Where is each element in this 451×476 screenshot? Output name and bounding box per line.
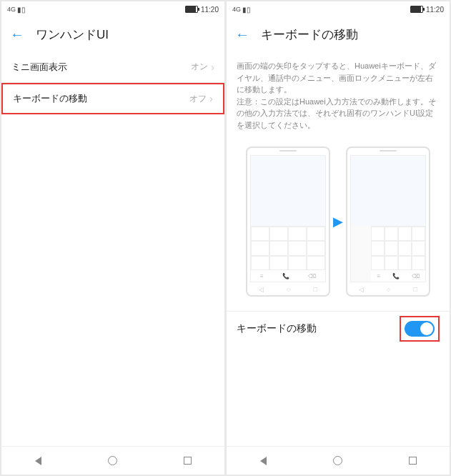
back-icon[interactable]: ← xyxy=(10,26,24,43)
content-right: 画面の端の矢印をタップすると、Huaweiキーボード、ダイヤル、通話中のメニュー… xyxy=(227,51,450,446)
chevron-right-icon: › xyxy=(209,93,213,104)
nav-recent-icon[interactable] xyxy=(409,457,417,465)
phone-before: ≡📞⌫ ◁○□ xyxy=(246,147,330,297)
highlight-annotation xyxy=(400,316,440,342)
nav-back-icon[interactable] xyxy=(35,457,41,465)
nav-back-icon[interactable] xyxy=(260,457,267,465)
nav-home-icon[interactable] xyxy=(333,456,342,465)
status-time: 11:20 xyxy=(201,6,219,14)
row-label: ミニ画面表示 xyxy=(11,61,67,74)
nav-recent-icon[interactable] xyxy=(184,457,192,465)
header: ← ワンハンドUI xyxy=(1,17,224,51)
chevron-right-icon: › xyxy=(211,61,214,73)
content-left: ミニ画面表示 オン › キーボードの移動 オフ › xyxy=(1,51,224,446)
battery-icon xyxy=(185,6,198,13)
screen-left: 4G ▮▯ 11:20 ← ワンハンドUI ミニ画面表示 オン › キーボードの… xyxy=(1,1,224,475)
back-icon[interactable]: ← xyxy=(235,26,249,43)
description-text: 画面の端の矢印をタップすると、Huaweiキーボード、ダイヤル、通話中のメニュー… xyxy=(227,51,450,139)
keyboard-full-icon: ≡📞⌫ xyxy=(251,226,325,282)
phone-notch-icon xyxy=(247,148,329,154)
row-label: キーボードの移動 xyxy=(13,92,87,105)
signal-icon: 4G xyxy=(232,6,241,13)
row-value: オフ › xyxy=(189,93,213,105)
row-mini-screen[interactable]: ミニ画面表示 オン › xyxy=(1,51,224,83)
battery-icon xyxy=(410,6,423,13)
system-nav-bar xyxy=(1,446,224,475)
toggle-knob-icon xyxy=(420,322,433,335)
status-bar: 4G ▮▯ 11:20 xyxy=(227,1,450,17)
page-title: ワンハンドUI xyxy=(36,26,109,43)
row-value: オン › xyxy=(191,61,214,73)
illustration: ≡📞⌫ ◁○□ ▶ ≡📞⌫ ◁○□ xyxy=(227,139,450,311)
page-title: キーボードの移動 xyxy=(261,26,358,43)
toggle-label: キーボードの移動 xyxy=(237,322,317,335)
system-nav-bar xyxy=(227,446,450,475)
status-bar: 4G ▮▯ 11:20 xyxy=(1,1,224,17)
phone-nav-icon: ◁○□ xyxy=(347,284,429,295)
arrow-right-icon: ▶ xyxy=(333,214,343,229)
signal-bars-icon: ▮▯ xyxy=(17,6,26,14)
keyboard-move-toggle[interactable] xyxy=(405,321,435,337)
signal-bars-icon: ▮▯ xyxy=(242,6,251,14)
signal-icon: 4G xyxy=(7,6,16,13)
keyboard-shifted-icon: ≡📞⌫ xyxy=(371,226,425,282)
nav-home-icon[interactable] xyxy=(108,456,117,465)
header: ← キーボードの移動 xyxy=(227,17,450,51)
row-keyboard-move[interactable]: キーボードの移動 オフ › xyxy=(1,83,224,114)
phone-notch-icon xyxy=(347,148,429,154)
phone-after: ≡📞⌫ ◁○□ xyxy=(346,147,430,297)
phone-nav-icon: ◁○□ xyxy=(247,284,329,295)
screen-right: 4G ▮▯ 11:20 ← キーボードの移動 画面の端の矢印をタップすると、Hu… xyxy=(227,1,450,475)
status-time: 11:20 xyxy=(426,6,444,14)
toggle-row-keyboard-move: キーボードの移動 xyxy=(227,311,450,345)
